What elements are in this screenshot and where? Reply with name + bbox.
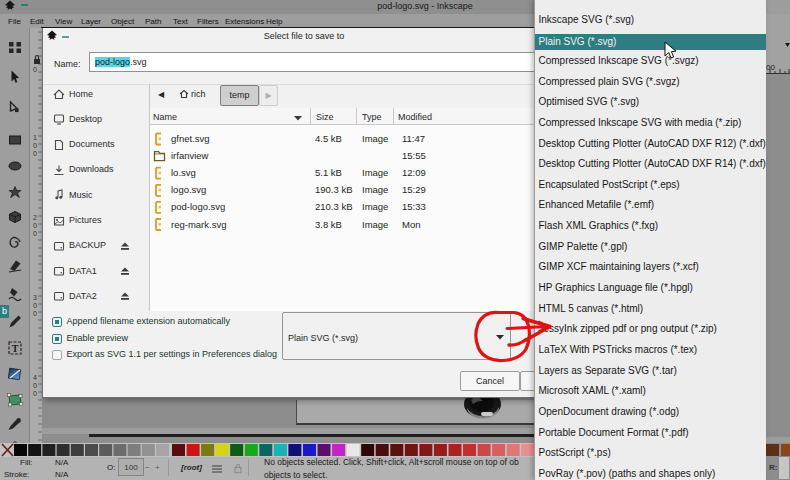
svg-text:0: 0 [33,150,37,157]
svg-text:0: 0 [33,390,37,397]
svg-text:T: T [12,343,19,354]
svg-text:0: 0 [33,222,37,229]
svg-text:0: 0 [33,302,37,309]
svg-text:0: 0 [33,142,37,149]
svg-text:2: 2 [33,214,37,221]
svg-text:0: 0 [33,310,37,317]
svg-text:0: 0 [33,230,37,237]
svg-text:4: 4 [33,374,37,381]
svg-text:00: 00 [766,63,775,72]
svg-text:0: 0 [33,66,37,73]
svg-text:0: 0 [33,382,37,389]
svg-text:1: 1 [33,134,37,141]
svg-text:3: 3 [33,294,37,301]
